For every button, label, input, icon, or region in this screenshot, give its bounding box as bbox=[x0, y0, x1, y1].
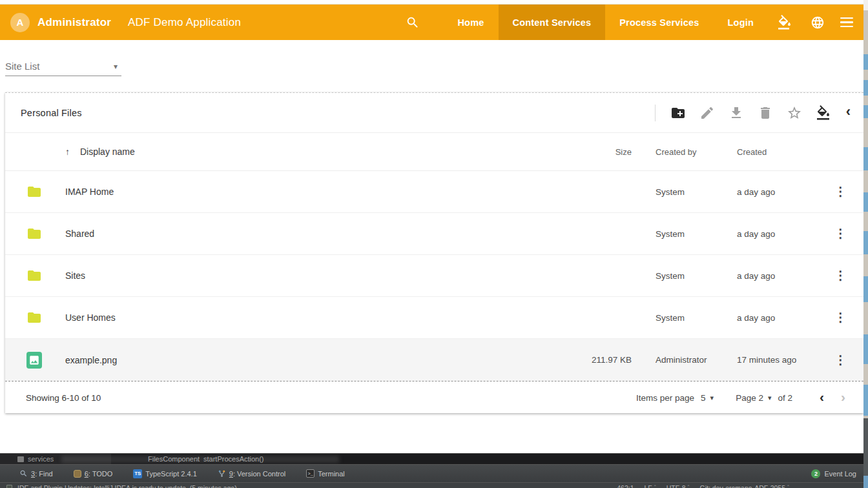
nav-item-content-services[interactable]: Content Services bbox=[499, 5, 606, 40]
row-menu-button[interactable]: ⋮ bbox=[834, 269, 847, 281]
row-menu-button[interactable]: ⋮ bbox=[834, 185, 847, 198]
nav-item-process-services[interactable]: Process Services bbox=[605, 5, 713, 40]
menu-button[interactable] bbox=[834, 5, 863, 40]
next-page-button[interactable]: › bbox=[836, 390, 851, 405]
table-row-example-png[interactable]: example.png 211.97 KB Administrator 17 m… bbox=[5, 339, 863, 381]
column-header-display-name[interactable]: ↑ Display name bbox=[65, 147, 554, 157]
page-size-select[interactable]: 5 ▾ bbox=[701, 393, 714, 403]
download-button[interactable] bbox=[728, 105, 744, 121]
showing-range-label: Showing 6-10 of 10 bbox=[26, 393, 101, 403]
toolwindow-terminal[interactable]: >_ Terminal bbox=[306, 469, 345, 478]
created-by: System bbox=[656, 313, 737, 323]
encoding-widget[interactable]: UTF-8ˆ bbox=[666, 484, 690, 488]
folder-icon bbox=[26, 268, 42, 283]
toolwindow-typescript[interactable]: TS TypeScript 2.4.1 bbox=[133, 469, 197, 478]
line-ending-widget[interactable]: LFˆ bbox=[645, 484, 656, 488]
items-per-page-label: Items per page bbox=[636, 393, 694, 403]
file-name: Sites bbox=[65, 270, 554, 281]
breadcrumb-method[interactable]: startProcesAction() bbox=[203, 455, 264, 463]
site-list-label: Site List bbox=[5, 61, 39, 72]
editor-scroll-mark bbox=[863, 334, 868, 364]
breadcrumb-services[interactable]: services bbox=[28, 455, 54, 463]
nav-label: Home bbox=[457, 17, 484, 28]
breadcrumb-component[interactable]: FilesComponent bbox=[148, 455, 200, 463]
dropdown-arrow-icon: ▾ bbox=[710, 394, 714, 402]
file-name: IMAP Home bbox=[65, 187, 554, 197]
nav-item-login[interactable]: Login bbox=[714, 5, 768, 40]
delete-button[interactable] bbox=[758, 105, 773, 121]
todo-icon bbox=[74, 470, 81, 478]
pagination-bar: Showing 6-10 of 10 Items per page 5 ▾ Pa… bbox=[5, 381, 863, 414]
created-date: a day ago bbox=[737, 187, 818, 197]
search-button[interactable] bbox=[397, 5, 443, 40]
editor-scroll-mark bbox=[863, 105, 868, 118]
nav-item-home[interactable]: Home bbox=[443, 5, 498, 40]
ide-navigation-bar: services FilesComponent › startProcesAct… bbox=[0, 453, 863, 464]
table-row-sites[interactable]: Sites System a day ago ⋮ bbox=[5, 255, 863, 297]
chevron-left-icon: ‹ bbox=[846, 103, 851, 119]
event-log-button[interactable]: 2 Event Log bbox=[811, 469, 856, 478]
editor-scroll-mark bbox=[863, 192, 868, 212]
folder-icon bbox=[26, 226, 42, 241]
file-size: 211.97 KB bbox=[554, 355, 632, 365]
column-label: Display name bbox=[80, 147, 135, 157]
git-branch-widget[interactable]: Git: dev-eromano-ADF-2055ˆ bbox=[700, 484, 789, 488]
card-header: Personal Files bbox=[5, 93, 863, 133]
user-avatar[interactable]: A bbox=[10, 13, 30, 32]
row-menu-button[interactable]: ⋮ bbox=[834, 311, 847, 323]
caret-up-icon: ˆ bbox=[688, 484, 690, 488]
table-row-imap-home[interactable]: IMAP Home System a day ago ⋮ bbox=[5, 171, 863, 213]
editor-scroll-mark bbox=[863, 54, 868, 70]
folder-small-icon bbox=[17, 456, 24, 462]
ide-toolwindow-bar: 3: Find 6: TODO TS TypeScript 2.4.1 9: V… bbox=[0, 464, 868, 482]
row-menu-button[interactable]: ⋮ bbox=[834, 227, 847, 239]
ide-status-bar: IDE and Plugin Updates: IntelliJ IDEA is… bbox=[0, 482, 868, 488]
nav-label: Content Services bbox=[513, 17, 592, 28]
column-header-created[interactable]: Created bbox=[737, 147, 818, 157]
column-header-created-by[interactable]: Created by bbox=[656, 147, 737, 157]
editor-scroll-mark bbox=[863, 147, 868, 170]
page-size-value: 5 bbox=[701, 393, 706, 403]
toolwindow-label: Terminal bbox=[318, 470, 345, 478]
search-icon bbox=[406, 15, 420, 30]
column-header-size[interactable]: Size bbox=[554, 147, 632, 157]
nav-label: Process Services bbox=[619, 17, 699, 28]
folder-icon bbox=[26, 310, 42, 325]
theme-picker-button[interactable] bbox=[768, 5, 801, 40]
collapse-toolbar-button[interactable]: ‹ bbox=[845, 105, 854, 121]
column-label: Created bbox=[737, 147, 767, 157]
language-button[interactable] bbox=[801, 5, 834, 40]
edit-button[interactable] bbox=[699, 105, 715, 121]
table-row-shared[interactable]: Shared System a day ago ⋮ bbox=[5, 213, 863, 255]
editor-scroll-mark bbox=[863, 231, 868, 254]
color-fill-icon bbox=[777, 15, 792, 30]
new-folder-button[interactable] bbox=[670, 105, 686, 121]
previous-page-button[interactable]: ‹ bbox=[814, 390, 829, 405]
breadcrumb-separator-icon: › bbox=[196, 455, 198, 463]
caret-position-widget[interactable]: 462:1 bbox=[617, 484, 634, 488]
header-user-area: A Administrator ADF Demo Application bbox=[0, 5, 241, 40]
caret-up-icon: ˆ bbox=[654, 484, 656, 488]
total-pages-label: of 2 bbox=[778, 393, 792, 403]
created-date: a day ago bbox=[737, 229, 818, 239]
file-name: Shared bbox=[65, 229, 554, 239]
page-select[interactable]: Page 2 ▾ bbox=[736, 393, 771, 403]
row-menu-button[interactable]: ⋮ bbox=[834, 354, 847, 366]
created-by: System bbox=[656, 229, 737, 239]
toolwindow-version-control[interactable]: 9: Version Control bbox=[218, 469, 285, 478]
event-count-badge: 2 bbox=[811, 469, 820, 478]
table-row-user-homes[interactable]: User Homes System a day ago ⋮ bbox=[5, 297, 863, 339]
column-label: Created by bbox=[656, 147, 697, 157]
caret-position: 462:1 bbox=[617, 484, 634, 488]
notification-checkbox-icon[interactable] bbox=[6, 485, 12, 488]
toolwindow-find[interactable]: 3: Find bbox=[19, 469, 53, 478]
star-outline-icon bbox=[787, 105, 802, 121]
favorite-button[interactable] bbox=[787, 105, 802, 121]
toolwindow-label: : TODO bbox=[88, 470, 113, 478]
created-by: System bbox=[656, 271, 737, 281]
editor-scroll-mark bbox=[863, 476, 868, 488]
site-list-select[interactable]: Site List ▾ bbox=[5, 57, 121, 76]
toolwindow-todo[interactable]: 6: TODO bbox=[74, 470, 113, 478]
card-theme-button[interactable] bbox=[816, 105, 831, 121]
files-card: Personal Files bbox=[5, 92, 863, 413]
